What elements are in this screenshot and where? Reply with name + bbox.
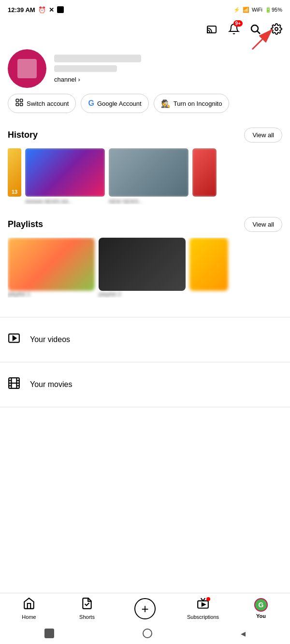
history-label-2: NEW NEWS...: [109, 199, 188, 204]
divider-2: [0, 362, 290, 362]
alarm-icon: ⏰: [38, 6, 46, 14]
svg-point-2: [251, 25, 258, 32]
incognito-button[interactable]: 🕵 Turn on Incognito: [154, 94, 230, 113]
google-account-button[interactable]: G Google Account: [81, 94, 148, 113]
svg-rect-9: [16, 103, 18, 106]
playlist-item[interactable]: [189, 238, 228, 298]
square-icon: [57, 6, 64, 13]
you-avatar-icon: G: [254, 598, 268, 612]
your-movies-item[interactable]: Your movies: [0, 368, 290, 401]
nav-item-home[interactable]: Home: [0, 597, 58, 620]
plus-icon: +: [141, 602, 148, 615]
nav-item-shorts[interactable]: Shorts: [58, 597, 116, 620]
history-item[interactable]: [192, 148, 217, 197]
channel-arrow-icon: ›: [78, 76, 80, 83]
history-item[interactable]: AAAAA NEWS AA...: [25, 148, 105, 204]
avatar-inner: [17, 59, 37, 78]
notification-badge: 9+: [233, 20, 243, 27]
history-view-all-button[interactable]: View all: [244, 128, 282, 143]
playlists-header: Playlists View all: [8, 217, 282, 232]
home-icon: [23, 597, 35, 613]
your-videos-item[interactable]: Your videos: [0, 323, 290, 356]
incognito-label: Turn on Incognito: [174, 100, 222, 107]
subscriptions-icon: [197, 597, 209, 613]
you-avatar: G: [254, 598, 268, 612]
battery-icon: 🔋95%: [265, 7, 282, 13]
cast-button[interactable]: [207, 23, 218, 38]
channel-text: channel: [54, 76, 76, 83]
your-movies-icon: [8, 377, 20, 392]
profile-info: channel ›: [54, 55, 282, 83]
playlists-row: playlist 1 playlist 2: [8, 238, 282, 298]
switch-account-button[interactable]: Switch account: [8, 94, 76, 113]
history-item[interactable]: NEW NEWS...: [109, 148, 188, 204]
settings-button[interactable]: [271, 23, 282, 38]
playlists-section: Playlists View all playlist 1 playlist 2: [0, 212, 290, 298]
playlists-view-all-button[interactable]: View all: [244, 217, 282, 232]
create-button[interactable]: +: [134, 598, 156, 619]
playlist-item[interactable]: playlist 1: [8, 238, 95, 298]
signal-icon: 📶: [243, 7, 249, 13]
your-movies-label: Your movies: [30, 380, 72, 389]
history-side-thumb: 13: [8, 148, 21, 197]
search-button[interactable]: [249, 23, 261, 38]
svg-line-3: [258, 31, 261, 34]
divider-3: [0, 407, 290, 407]
bottom-nav: Home Shorts +: [0, 593, 290, 644]
back-button[interactable]: ◂: [241, 628, 246, 639]
history-thumb-2: [109, 148, 188, 197]
switch-account-icon: [15, 98, 24, 109]
google-account-label: Google Account: [97, 100, 142, 107]
notification-button[interactable]: 9+: [228, 23, 240, 38]
x-icon: ✕: [49, 6, 54, 14]
playlist-name-1: playlist 1: [8, 291, 95, 298]
subscriptions-label: Subscriptions: [187, 614, 219, 620]
status-right: ⚡ 📶 WiFi 🔋95%: [233, 7, 282, 13]
home-label: Home: [22, 614, 36, 620]
divider-1: [0, 317, 290, 317]
svg-rect-7: [16, 99, 18, 101]
svg-point-4: [275, 28, 278, 30]
playlists-title: Playlists: [8, 219, 43, 229]
recents-button[interactable]: [44, 629, 54, 638]
you-avatar-letter: G: [259, 601, 264, 609]
you-label: You: [256, 613, 266, 619]
your-videos-icon: [8, 332, 20, 347]
playlist-thumb-3: [189, 238, 228, 291]
history-title: History: [8, 130, 38, 140]
action-buttons: Switch account G Google Account 🕵 Turn o…: [0, 94, 290, 123]
your-videos-label: Your videos: [30, 335, 70, 344]
nav-item-you[interactable]: G You: [232, 598, 290, 619]
home-button[interactable]: [143, 629, 152, 638]
playlist-item[interactable]: playlist 2: [99, 238, 186, 298]
history-thumb-1: [25, 148, 105, 197]
avatar[interactable]: [8, 49, 46, 88]
subscriptions-dot: [206, 597, 210, 601]
svg-rect-10: [20, 103, 23, 106]
nav-item-subscriptions[interactable]: Subscriptions: [174, 597, 232, 620]
google-icon: G: [88, 99, 94, 108]
svg-marker-12: [13, 336, 16, 341]
history-section: History View all 13 AAAAA NEWS AA...: [0, 123, 290, 204]
profile-channel-link[interactable]: channel ›: [54, 76, 282, 83]
playlist-thumb-2: [99, 238, 186, 291]
nav-item-create[interactable]: +: [116, 598, 174, 619]
top-nav: 9+: [0, 19, 290, 42]
history-thumb-3: [192, 148, 217, 197]
profile-section: channel ›: [0, 42, 290, 94]
playlist-thumb-1: [8, 238, 95, 291]
android-nav: ◂: [0, 623, 290, 644]
svg-rect-8: [20, 99, 23, 101]
history-header: History View all: [8, 128, 282, 143]
nav-items: Home Shorts +: [0, 593, 290, 623]
shorts-icon: [81, 597, 93, 613]
shorts-label: Shorts: [79, 614, 95, 620]
svg-point-1: [207, 32, 208, 33]
wifi-icon: WiFi: [252, 7, 262, 13]
profile-name-blur: [54, 55, 141, 62]
status-left: 12:39 AM ⏰ ✕: [8, 6, 64, 14]
status-bar: 12:39 AM ⏰ ✕ ⚡ 📶 WiFi 🔋95%: [0, 0, 290, 19]
time-display: 12:39 AM: [8, 6, 35, 14]
incognito-icon: 🕵: [161, 99, 171, 108]
playlist-name-2: playlist 2: [99, 291, 186, 298]
